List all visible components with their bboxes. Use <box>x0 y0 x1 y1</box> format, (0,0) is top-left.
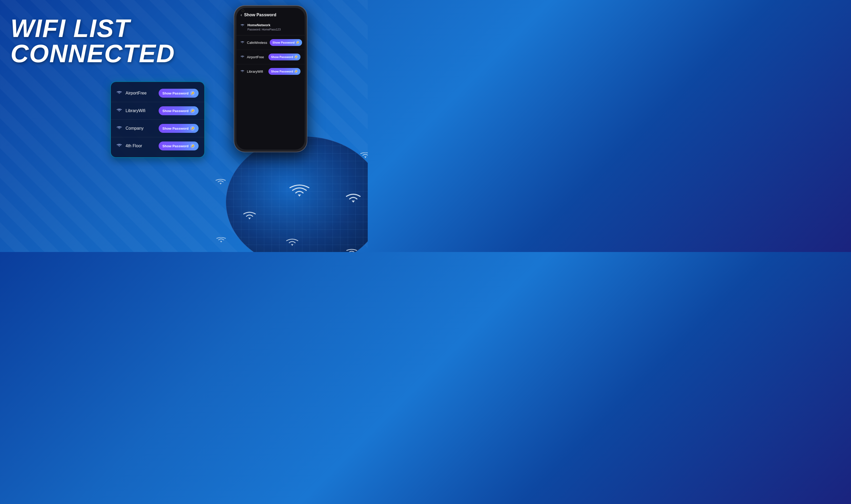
btn-icon-1: 🔑 <box>190 108 195 113</box>
back-arrow-icon[interactable]: ‹ <box>241 13 242 17</box>
phone-vol-down-button <box>234 53 234 66</box>
wifi-deco-icon-3 <box>344 189 362 210</box>
phone-list-row-1: AirportFree Show Password 🔑 <box>236 50 305 64</box>
show-password-btn-0[interactable]: Show Password 🔑 <box>159 89 198 98</box>
btn-icon-3: 🔑 <box>190 144 195 148</box>
phone-app-header: ‹ Show Password <box>236 8 305 20</box>
wifi-deco-icon-7 <box>346 247 357 252</box>
phone-power-button <box>307 32 307 45</box>
phone-wifi-icon-0 <box>241 41 244 45</box>
phone-show-pass-btn-2[interactable]: Show Password 🔑 <box>268 68 300 75</box>
small-card-row-3: 4th Floor Show Password 🔑 <box>111 137 205 155</box>
small-card-row-1: LibraryWifi Show Password 🔑 <box>111 102 205 120</box>
phone-network-label-1: AirportFree <box>247 55 266 59</box>
wifi-deco-icon-2 <box>242 208 258 226</box>
phone-list-row-2: LibraryWifi Show Password 🔑 <box>236 64 305 78</box>
wifi-icon-small-2 <box>117 125 122 131</box>
phone-btn-icon-0: 🔑 <box>296 41 299 44</box>
show-password-btn-2[interactable]: Show Password 🔑 <box>159 124 198 133</box>
btn-icon-2: 🔑 <box>190 126 195 131</box>
wifi-deco-icon-1 <box>289 181 310 205</box>
page-container: WIFI LIST CONNECTED <box>0 0 368 252</box>
phone-outer-shell: ‹ Show Password HomeNetwork Passwo <box>234 5 307 152</box>
title-section: WIFI LIST CONNECTED <box>11 16 175 66</box>
wifi-icon-small-3 <box>117 143 122 149</box>
phone-btn-icon-2: 🔑 <box>294 70 298 73</box>
phone-mockup: ‹ Show Password HomeNetwork Passwo <box>234 5 307 152</box>
phone-screen: ‹ Show Password HomeNetwork Passwo <box>236 8 305 150</box>
show-password-btn-1[interactable]: Show Password 🔑 <box>159 106 198 115</box>
phone-wifi-icon-2 <box>241 70 244 74</box>
wifi-deco-icon-4 <box>285 235 299 252</box>
wifi-deco-icon-8 <box>360 151 368 163</box>
wifi-list-card: AirportFree Show Password 🔑 LibraryWifi … <box>110 82 205 158</box>
small-network-name-2: Company <box>126 126 159 131</box>
btn-icon-0: 🔑 <box>190 91 195 95</box>
phone-wifi-icon-1 <box>241 55 244 59</box>
wifi-icon-small-0 <box>117 90 122 96</box>
small-network-name-3: 4th Floor <box>126 144 159 148</box>
phone-show-pass-btn-1[interactable]: Show Password 🔑 <box>268 54 300 60</box>
phone-wifi-icon-home <box>241 24 244 28</box>
phone-network-label-0: CafeWireless <box>247 41 267 44</box>
phone-network-info-home: HomeNetwork Password: HomePass123 <box>247 23 300 31</box>
phone-list-row-0: CafeWireless Show Password 🔑 <box>236 35 305 50</box>
phone-mute-button <box>234 27 234 35</box>
main-title-line2: CONNECTED <box>11 41 175 66</box>
wifi-deco-icon-6 <box>216 236 226 247</box>
show-password-btn-3[interactable]: Show Password 🔑 <box>159 142 198 150</box>
main-title-line1: WIFI LIST <box>11 16 175 41</box>
phone-home-network-name: HomeNetwork <box>247 23 300 27</box>
small-network-name-0: AirportFree <box>126 91 159 95</box>
phone-header-title: Show Password <box>244 13 276 17</box>
phone-btn-icon-1: 🔑 <box>294 55 298 59</box>
small-network-name-1: LibraryWifi <box>126 108 159 113</box>
small-card-row-0: AirportFree Show Password 🔑 <box>111 85 205 102</box>
phone-camera <box>242 10 244 12</box>
small-card-row-2: Company Show Password 🔑 <box>111 120 205 137</box>
phone-home-network-pass: Password: HomePass123 <box>247 28 300 31</box>
wifi-deco-icon-5 <box>215 177 226 189</box>
phone-connected-row: HomeNetwork Password: HomePass123 <box>236 20 305 35</box>
wifi-icon-small-1 <box>117 108 122 114</box>
phone-show-pass-btn-0[interactable]: Show Password 🔑 <box>270 39 302 46</box>
phone-network-label-2: LibraryWifi <box>247 70 266 73</box>
phone-vol-up-button <box>234 37 234 50</box>
